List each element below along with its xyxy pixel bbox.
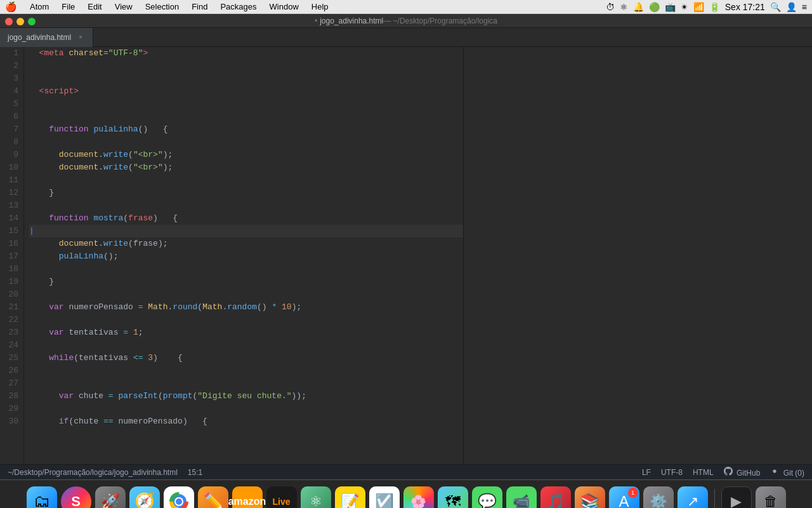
svg-point-0 [773,469,776,472]
code-line-20 [29,288,463,301]
github-icon[interactable]: GitHub [724,467,761,478]
notification-icon: 🔔 [633,2,644,12]
tabbar: jogo_adivinha.html × [0,28,812,47]
code-line-6 [29,110,463,123]
code-line-8 [29,136,463,149]
line-numbers: 1 2 3 4 5 6 7 8 9 10 11 12 13 14 15 16 1… [0,47,24,464]
code-line-21: var numeroPensado = Math.round(Math.rand… [29,301,463,314]
svg-point-7 [176,498,182,505]
code-line-17: pulaLinha(); [29,250,463,263]
dock-atom[interactable]: ⚛ [301,486,331,509]
dock-notes[interactable]: 📝 [335,486,365,509]
code-line-16: document.write(frase); [29,237,463,250]
status-path: ~/Desktop/Programação/logica/jogo_adivin… [8,468,178,477]
status-cursor: 15:1 [188,468,202,477]
menubar: 🍎 Atom File Edit View Selection Find Pac… [0,0,812,14]
phone-icon: 🟢 [649,2,660,12]
datetime: Sex 17:21 [725,2,765,12]
menu-window[interactable]: Window [265,2,304,11]
dock-reminders[interactable]: ☑️ [369,486,400,509]
code-line-14: function mostra(frase) { [29,212,463,225]
code-line-27 [29,377,463,390]
dock-maps[interactable]: 🗺 [438,486,468,509]
code-line-11 [29,174,463,187]
close-button[interactable] [5,18,13,25]
menu-packages[interactable]: Packages [215,2,261,11]
dock-photos[interactable]: 🌸 [403,486,434,509]
menu-view[interactable]: View [110,2,138,11]
code-line-19: } [29,276,463,288]
title-dot: • [315,17,317,25]
code-line-7: function pulaLinha() { [29,123,463,136]
statusbar: ~/Desktop/Programação/logica/jogo_adivin… [0,464,812,479]
battery-icon: 🔋 [709,2,720,12]
dock-launchpad[interactable]: 🚀 [95,486,126,509]
code-line-2 [29,60,463,72]
search-icon[interactable]: 🔍 [770,2,781,12]
titlebar: • jogo_adivinha.html — ~/Desktop/Program… [0,14,812,28]
right-panel [463,47,812,464]
editor-tab[interactable]: jogo_adivinha.html × [0,28,93,47]
menu-selection[interactable]: Selection [140,2,184,11]
code-line-22 [29,314,463,326]
dock-facetime[interactable]: 📹 [506,486,537,509]
apple-menu[interactable]: 🍎 [5,1,17,13]
status-syntax: HTML [693,468,714,477]
dock-books[interactable]: 📚 [575,486,605,509]
menu-file[interactable]: File [56,2,80,11]
list-icon[interactable]: ≡ [802,2,807,12]
menu-find[interactable]: Find [187,2,213,11]
dock-live[interactable]: Live [266,486,297,509]
dock-music[interactable]: 🎵 [540,486,571,509]
dock-amazon[interactable]: amazon [232,486,263,509]
code-line-13 [29,199,463,212]
traffic-lights [5,18,36,25]
menu-right: ⏱ ⚛ 🔔 🟢 📺 ✴ 📶 🔋 Sex 17:21 🔍 👤 ≡ [606,2,807,12]
code-line-26 [29,364,463,377]
menu-help[interactable]: Help [306,2,334,11]
code-line-30: if(chute == numeroPensado) { [29,415,463,428]
code-line-3 [29,72,463,85]
code-line-9: document.write("<br>"); [29,149,463,161]
bluetooth-icon: ✴ [681,2,688,12]
code-line-1: <meta charset="UTF-8"> [29,47,463,60]
dock-migrate[interactable]: ↗ [678,486,708,509]
timer-icon: ⏱ [606,2,615,12]
dock-appstore[interactable]: A 1 [609,486,639,509]
code-editor[interactable]: 1 2 3 4 5 6 7 8 9 10 11 12 13 14 15 16 1… [0,47,812,464]
status-lf: LF [642,468,651,477]
tab-name: jogo_adivinha.html [8,33,71,42]
code-line-12: } [29,187,463,199]
dock-quicktime[interactable]: ▶ [721,486,752,509]
menu-atom[interactable]: Atom [25,2,54,11]
code-line-24 [29,339,463,352]
tab-close-button[interactable]: × [76,33,85,42]
code-area[interactable]: <meta charset="UTF-8"> <script> function… [24,47,463,464]
code-line-4: <script> [29,85,463,98]
code-line-28: var chute = parseInt(prompt("Digite seu … [29,390,463,403]
dock-safari[interactable]: 🧭 [129,486,160,509]
git-status[interactable]: Git (0) [770,467,804,478]
code-line-15 [29,225,463,237]
atom-icon: ⚛ [620,2,628,12]
code-line-29 [29,403,463,415]
maximize-button[interactable] [28,18,36,25]
avatar-icon[interactable]: 👤 [786,2,797,12]
minimize-button[interactable] [16,18,24,25]
status-encoding: UTF-8 [661,468,683,477]
dock-chrome[interactable] [164,486,194,509]
menu-edit[interactable]: Edit [82,2,107,11]
dock-settings[interactable]: ⚙️ [643,486,674,509]
dock-separator [714,489,715,509]
code-line-10: document.write("<br>"); [29,161,463,174]
dock-finder[interactable]: 🗂 [27,486,57,509]
screen-icon: 📺 [665,2,676,12]
dock-trash[interactable]: 🗑 [756,486,786,509]
dock-siri[interactable]: S [61,486,91,509]
dock-sketch[interactable]: ✏️ [198,486,228,509]
title-path: — ~/Desktop/Programação/logica [383,17,497,25]
code-line-25: while(tentativas <= 3) { [29,352,463,364]
dock-messages[interactable]: 💬 [472,486,502,509]
dock: 🗂 S 🚀 🧭 ✏️ amazon Live ⚛ 📝 [0,479,812,508]
code-line-5 [29,98,463,110]
